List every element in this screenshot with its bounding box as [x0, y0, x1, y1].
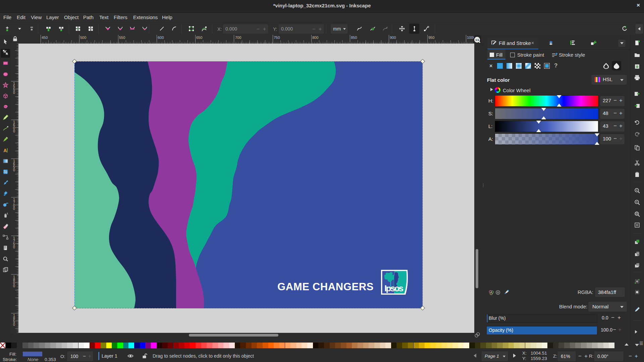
svg-text:A: A [3, 147, 7, 153]
svg-text:GAME CHANGERS: GAME CHANGERS [277, 281, 374, 293]
svg-text:Ipsos: Ipsos [384, 283, 404, 293]
